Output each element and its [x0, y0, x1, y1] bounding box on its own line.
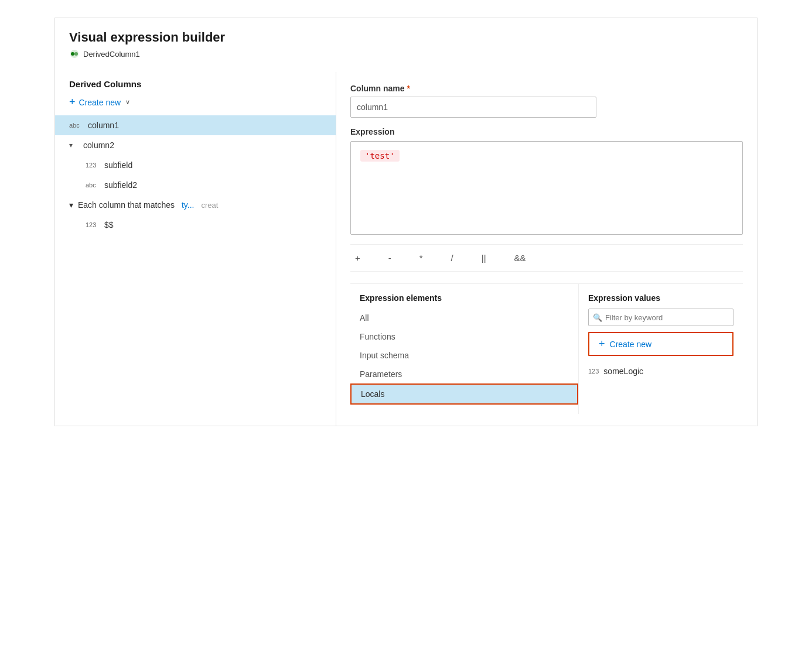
- derived-column-name: DerivedColumn1: [83, 50, 140, 59]
- page-title: Visual expression builder: [69, 30, 743, 45]
- operator-and[interactable]: &&: [510, 251, 531, 265]
- elem-item-locals[interactable]: Locals: [350, 383, 578, 405]
- expand-arrow-icon-match: ▾: [69, 200, 73, 210]
- column-name-label: Column name *: [350, 84, 743, 93]
- tree-list: abc column1 ▾ column2 123 subfield abc s…: [55, 115, 336, 195]
- create-new-button[interactable]: + Create new ∨: [55, 94, 336, 115]
- tree-item-label-dollar: $$: [104, 220, 114, 230]
- match-create-label: creat: [202, 201, 219, 210]
- search-icon: 🔍: [593, 313, 602, 322]
- create-new-label: Create new: [79, 98, 121, 107]
- elem-item-input-schema[interactable]: Input schema: [350, 346, 578, 365]
- derived-column-icon: [69, 49, 80, 59]
- visual-expression-builder: Visual expression builder DerivedColumn1…: [54, 18, 758, 426]
- elem-item-all[interactable]: All: [350, 309, 578, 327]
- tree-item-subfield[interactable]: 123 subfield: [55, 155, 336, 175]
- tree-item-label-column1: column1: [88, 121, 119, 130]
- content-area: Derived Columns + Create new ∨ abc colum…: [55, 72, 757, 426]
- tree-item-column1[interactable]: abc column1: [55, 115, 336, 135]
- filter-wrapper: 🔍: [588, 309, 733, 326]
- type-badge-123: 123: [86, 162, 100, 169]
- expression-label: Expression: [350, 127, 743, 136]
- expression-section: Expression 'test': [350, 127, 743, 235]
- left-panel: Derived Columns + Create new ∨ abc colum…: [55, 72, 336, 426]
- expression-values-title: Expression values: [579, 293, 743, 309]
- plus-icon: +: [69, 96, 76, 108]
- column-name-section: Column name *: [350, 84, 743, 118]
- tree-item-column2[interactable]: ▾ column2: [55, 135, 336, 155]
- derived-columns-heading: Derived Columns: [55, 72, 336, 94]
- expression-elements-panel: Expression elements All Functions Input …: [350, 284, 579, 414]
- expression-box[interactable]: 'test': [350, 141, 743, 235]
- value-type-123: 123: [588, 368, 599, 375]
- elem-item-parameters[interactable]: Parameters: [350, 365, 578, 383]
- tree-item-dollar-dollar[interactable]: 123 $$: [55, 215, 336, 235]
- match-item-label: Each column that matches: [78, 200, 175, 210]
- operator-or[interactable]: ||: [477, 251, 491, 265]
- bottom-panels: Expression elements All Functions Input …: [350, 283, 743, 414]
- operator-multiply[interactable]: *: [415, 251, 428, 265]
- operator-minus[interactable]: -: [384, 251, 396, 265]
- header: Visual expression builder DerivedColumn1: [55, 18, 757, 72]
- type-badge-abc: abc: [69, 122, 83, 129]
- tree-item-subfield2[interactable]: abc subfield2: [55, 175, 336, 195]
- svg-point-2: [74, 52, 78, 56]
- operator-bar: + - * / || &&: [350, 244, 743, 272]
- match-item-each-column[interactable]: ▾ Each column that matches ty... creat: [55, 195, 336, 215]
- expand-arrow-icon: ▾: [69, 141, 79, 149]
- expression-values-panel: Expression values 🔍 + Create new 123 som…: [579, 284, 743, 414]
- svg-point-1: [71, 52, 74, 56]
- tree-item-label-subfield: subfield: [104, 160, 132, 170]
- tree-item-label-column2: column2: [83, 141, 114, 150]
- right-panel: Column name * Expression 'test' + - * / …: [336, 72, 757, 426]
- create-new-values-label: Create new: [610, 340, 652, 349]
- elem-item-functions[interactable]: Functions: [350, 327, 578, 346]
- required-star: *: [407, 84, 410, 93]
- type-badge-123-dollar: 123: [86, 221, 100, 228]
- value-item-somelogic[interactable]: 123 someLogic: [579, 362, 743, 381]
- expression-token: 'test': [360, 150, 400, 162]
- type-badge-abc2: abc: [86, 181, 100, 189]
- chevron-down-icon: ∨: [125, 98, 130, 106]
- operator-divide[interactable]: /: [446, 251, 458, 265]
- expression-elements-title: Expression elements: [350, 293, 578, 309]
- elements-list: All Functions Input schema Parameters Lo…: [350, 309, 578, 405]
- plus-icon-values: +: [599, 338, 605, 350]
- filter-input[interactable]: [588, 309, 733, 326]
- create-new-values-button[interactable]: + Create new: [588, 332, 733, 356]
- tree-item-label-subfield2: subfield2: [104, 180, 137, 190]
- match-link[interactable]: ty...: [182, 200, 195, 210]
- operator-plus[interactable]: +: [350, 251, 365, 265]
- column-name-input[interactable]: [350, 97, 596, 118]
- derived-column-label: DerivedColumn1: [69, 49, 743, 59]
- value-label-somelogic: someLogic: [603, 367, 643, 376]
